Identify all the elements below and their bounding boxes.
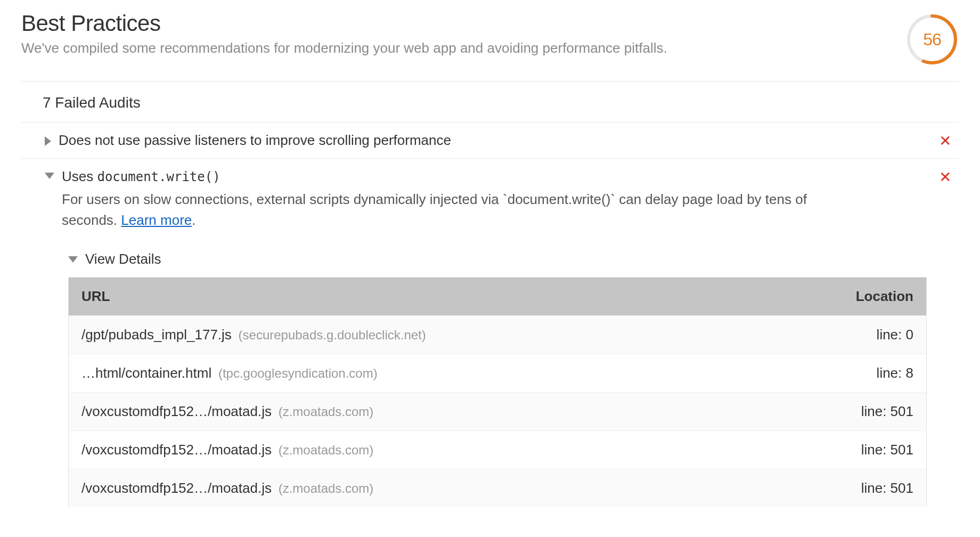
page-subtitle: We've compiled some recommendations for … xyxy=(21,39,889,58)
table-header-row: URL Location xyxy=(69,278,926,315)
page-title: Best Practices xyxy=(21,11,889,36)
url-path: /gpt/pubads_impl_177.js xyxy=(81,327,232,343)
url-path: /voxcustomdfp152…/moatad.js xyxy=(81,442,272,458)
cell-location: line: 8 xyxy=(820,354,926,392)
table-row: …html/container.html (tpc.googlesyndicat… xyxy=(69,354,926,392)
cell-location: line: 501 xyxy=(820,393,926,430)
url-host: (tpc.googlesyndication.com) xyxy=(215,366,377,380)
audit-title-code: document.write() xyxy=(97,169,220,184)
view-details-toggle[interactable]: View Details xyxy=(21,239,959,277)
url-path: …html/container.html xyxy=(81,365,211,381)
score-value: 56 xyxy=(923,30,941,50)
url-host: (z.moatads.com) xyxy=(275,404,373,419)
url-host: (z.moatads.com) xyxy=(275,443,373,457)
chevron-down-icon xyxy=(68,256,78,263)
cell-url: /voxcustomdfp152…/moatad.js (z.moatads.c… xyxy=(69,393,820,430)
score-gauge: 56 xyxy=(905,13,959,66)
audit-desc-suffix: . xyxy=(192,212,195,228)
cell-url: …html/container.html (tpc.googlesyndicat… xyxy=(69,354,820,392)
header: Best Practices We've compiled some recom… xyxy=(21,11,959,82)
learn-more-link[interactable]: Learn more xyxy=(121,212,192,228)
failed-audits-heading: 7 Failed Audits xyxy=(21,82,959,123)
audit-row[interactable]: Uses document.write() For users on slow … xyxy=(21,159,959,239)
fail-icon: ✕ xyxy=(939,131,959,150)
view-details-label: View Details xyxy=(85,251,161,267)
cell-location: line: 0 xyxy=(820,316,926,354)
url-path: /voxcustomdfp152…/moatad.js xyxy=(81,480,272,496)
audit-description: For users on slow connections, external … xyxy=(62,189,818,231)
audit-title: Does not use passive listeners to improv… xyxy=(59,131,934,150)
table-row: /voxcustomdfp152…/moatad.js (z.moatads.c… xyxy=(69,469,926,507)
details-table: URL Location /gpt/pubads_impl_177.js (se… xyxy=(68,277,927,507)
table-row: /voxcustomdfp152…/moatad.js (z.moatads.c… xyxy=(69,392,926,430)
table-row: /gpt/pubads_impl_177.js (securepubads.g.… xyxy=(69,315,926,354)
chevron-right-icon xyxy=(45,136,51,146)
url-host: (securepubads.g.doubleclick.net) xyxy=(235,328,426,342)
url-path: /voxcustomdfp152…/moatad.js xyxy=(81,403,272,419)
column-header-url: URL xyxy=(69,278,820,315)
chevron-down-icon xyxy=(45,173,54,179)
cell-location: line: 501 xyxy=(820,469,926,507)
url-host: (z.moatads.com) xyxy=(275,481,373,495)
audit-title-prefix: Uses xyxy=(62,168,97,184)
table-row: /voxcustomdfp152…/moatad.js (z.moatads.c… xyxy=(69,430,926,469)
cell-url: /voxcustomdfp152…/moatad.js (z.moatads.c… xyxy=(69,431,820,469)
column-header-location: Location xyxy=(820,278,926,315)
cell-location: line: 501 xyxy=(820,431,926,469)
audit-title: Uses document.write() xyxy=(62,167,934,186)
fail-icon: ✕ xyxy=(939,167,959,186)
audit-row[interactable]: Does not use passive listeners to improv… xyxy=(21,123,959,159)
cell-url: /voxcustomdfp152…/moatad.js (z.moatads.c… xyxy=(69,469,820,507)
cell-url: /gpt/pubads_impl_177.js (securepubads.g.… xyxy=(69,316,820,354)
